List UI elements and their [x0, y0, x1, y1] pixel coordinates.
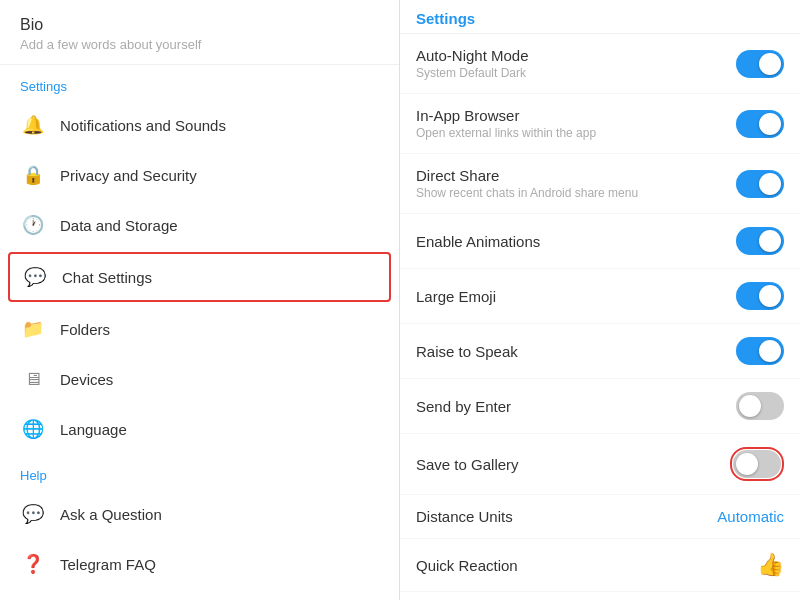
toggle-wrapper-send-by-enter — [736, 392, 784, 420]
toggle-wrapper-large-emoji — [736, 282, 784, 310]
settings-item-left-distance-units: Distance Units — [416, 508, 705, 525]
settings-item-right-distance-units: Automatic — [717, 508, 784, 525]
bio-section: Bio Add a few words about yourself — [0, 0, 399, 65]
settings-item-enable-animations: Enable Animations — [400, 214, 800, 269]
devices-icon: 🖥 — [20, 366, 46, 392]
settings-item-title-quick-reaction: Quick Reaction — [416, 557, 745, 574]
settings-item-subtitle-direct-share: Show recent chats in Android share menu — [416, 186, 724, 200]
notifications-icon: 🔔 — [20, 112, 46, 138]
settings-item-title-distance-units: Distance Units — [416, 508, 705, 525]
toggle-save-to-gallery[interactable] — [733, 450, 781, 478]
bio-title: Bio — [20, 16, 379, 34]
settings-item-right-save-to-gallery — [730, 447, 784, 481]
left-panel: Bio Add a few words about yourself Setti… — [0, 0, 400, 600]
language-icon: 🌐 — [20, 416, 46, 442]
toggle-large-emoji[interactable] — [736, 282, 784, 310]
settings-item-left-save-to-gallery: Save to Gallery — [416, 456, 718, 473]
sidebar-item-label-chat: Chat Settings — [62, 269, 152, 286]
settings-item-distance-units: Distance Units Automatic — [400, 495, 800, 539]
sidebar-item-label-devices: Devices — [60, 371, 113, 388]
sidebar-item-label-notifications: Notifications and Sounds — [60, 117, 226, 134]
sidebar-item-label-data: Data and Storage — [60, 217, 178, 234]
faq-icon: ❓ — [20, 551, 46, 577]
toggle-wrapper-auto-night — [736, 50, 784, 78]
settings-item-right-in-app-browser — [736, 110, 784, 138]
help-menu: 💬 Ask a Question ❓ Telegram FAQ — [0, 489, 399, 589]
sidebar-item-label-ask: Ask a Question — [60, 506, 162, 523]
folders-icon: 📁 — [20, 316, 46, 342]
settings-section-label: Settings — [0, 65, 399, 100]
sidebar-item-data[interactable]: 🕐 Data and Storage — [0, 200, 399, 250]
settings-item-title-raise-to-speak: Raise to Speak — [416, 343, 724, 360]
sidebar-item-folders[interactable]: 📁 Folders — [0, 304, 399, 354]
toggle-wrapper-in-app-browser — [736, 110, 784, 138]
sidebar-item-faq[interactable]: ❓ Telegram FAQ — [0, 539, 399, 589]
right-header: Settings — [400, 0, 800, 34]
data-icon: 🕐 — [20, 212, 46, 238]
settings-item-right-direct-share — [736, 170, 784, 198]
link-value-distance-units[interactable]: Automatic — [717, 508, 784, 525]
toggle-wrapper-enable-animations — [736, 227, 784, 255]
sidebar-item-devices[interactable]: 🖥 Devices — [0, 354, 399, 404]
settings-item-right-enable-animations — [736, 227, 784, 255]
settings-item-in-app-browser: In-App Browser Open external links withi… — [400, 94, 800, 154]
bio-subtitle: Add a few words about yourself — [20, 37, 379, 52]
emoji-value-quick-reaction: 👍 — [757, 552, 784, 578]
toggle-direct-share[interactable] — [736, 170, 784, 198]
settings-item-send-by-enter: Send by Enter — [400, 379, 800, 434]
right-panel: Settings Auto-Night Mode System Default … — [400, 0, 800, 600]
settings-item-quick-reaction: Quick Reaction 👍 — [400, 539, 800, 592]
sidebar-item-notifications[interactable]: 🔔 Notifications and Sounds — [0, 100, 399, 150]
settings-item-left-auto-night: Auto-Night Mode System Default Dark — [416, 47, 724, 80]
settings-item-title-send-by-enter: Send by Enter — [416, 398, 724, 415]
settings-item-direct-share: Direct Share Show recent chats in Androi… — [400, 154, 800, 214]
settings-item-title-in-app-browser: In-App Browser — [416, 107, 724, 124]
toggle-send-by-enter[interactable] — [736, 392, 784, 420]
settings-item-right-raise-to-speak — [736, 337, 784, 365]
settings-item-left-send-by-enter: Send by Enter — [416, 398, 724, 415]
ask-icon: 💬 — [20, 501, 46, 527]
sidebar-item-ask[interactable]: 💬 Ask a Question — [0, 489, 399, 539]
toggle-enable-animations[interactable] — [736, 227, 784, 255]
settings-item-right-auto-night — [736, 50, 784, 78]
privacy-icon: 🔒 — [20, 162, 46, 188]
toggle-auto-night[interactable] — [736, 50, 784, 78]
settings-item-large-emoji: Large Emoji — [400, 269, 800, 324]
settings-item-auto-night: Auto-Night Mode System Default Dark — [400, 34, 800, 94]
help-section-label: Help — [0, 454, 399, 489]
settings-item-title-auto-night: Auto-Night Mode — [416, 47, 724, 64]
settings-item-title-large-emoji: Large Emoji — [416, 288, 724, 305]
left-menu: 🔔 Notifications and Sounds 🔒 Privacy and… — [0, 100, 399, 454]
sidebar-item-label-language: Language — [60, 421, 127, 438]
settings-item-left-enable-animations: Enable Animations — [416, 233, 724, 250]
settings-item-left-in-app-browser: In-App Browser Open external links withi… — [416, 107, 724, 140]
settings-item-title-save-to-gallery: Save to Gallery — [416, 456, 718, 473]
settings-item-title-enable-animations: Enable Animations — [416, 233, 724, 250]
sidebar-item-label-privacy: Privacy and Security — [60, 167, 197, 184]
settings-item-title-direct-share: Direct Share — [416, 167, 724, 184]
sidebar-item-label-folders: Folders — [60, 321, 110, 338]
settings-item-right-large-emoji — [736, 282, 784, 310]
settings-item-left-large-emoji: Large Emoji — [416, 288, 724, 305]
settings-item-save-to-gallery: Save to Gallery — [400, 434, 800, 495]
sidebar-item-chat[interactable]: 💬 Chat Settings — [8, 252, 391, 302]
settings-item-left-raise-to-speak: Raise to Speak — [416, 343, 724, 360]
sidebar-item-language[interactable]: 🌐 Language — [0, 404, 399, 454]
settings-item-right-quick-reaction: 👍 — [757, 552, 784, 578]
settings-item-subtitle-in-app-browser: Open external links within the app — [416, 126, 724, 140]
chat-icon: 💬 — [22, 264, 48, 290]
toggle-raise-to-speak[interactable] — [736, 337, 784, 365]
settings-item-left-direct-share: Direct Share Show recent chats in Androi… — [416, 167, 724, 200]
sidebar-item-label-faq: Telegram FAQ — [60, 556, 156, 573]
settings-item-subtitle-auto-night: System Default Dark — [416, 66, 724, 80]
toggle-wrapper-direct-share — [736, 170, 784, 198]
toggle-wrapper-save-to-gallery — [730, 447, 784, 481]
settings-item-right-send-by-enter — [736, 392, 784, 420]
settings-item-stickers-and-masks: Stickers and Masks — [400, 592, 800, 600]
toggle-wrapper-raise-to-speak — [736, 337, 784, 365]
settings-item-raise-to-speak: Raise to Speak — [400, 324, 800, 379]
settings-item-left-quick-reaction: Quick Reaction — [416, 557, 745, 574]
toggle-in-app-browser[interactable] — [736, 110, 784, 138]
sidebar-item-privacy[interactable]: 🔒 Privacy and Security — [0, 150, 399, 200]
right-settings: Auto-Night Mode System Default Dark In-A… — [400, 34, 800, 600]
